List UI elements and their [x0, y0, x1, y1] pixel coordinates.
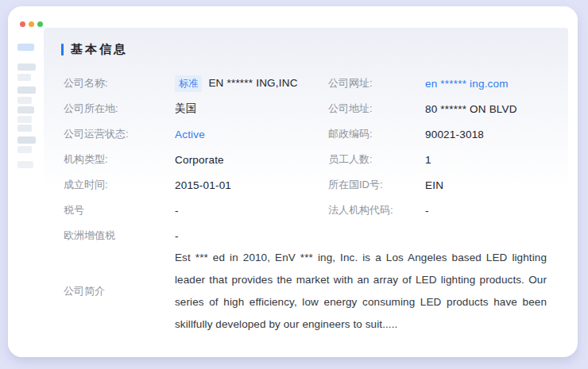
field-label: 公司简介: [64, 284, 175, 298]
field-value: 2015-01-01: [175, 179, 231, 191]
section-accent-bar-icon: [61, 44, 64, 56]
info-row-location: 公司所在地: 美国: [64, 96, 326, 121]
section-title: 基本信息: [71, 42, 128, 57]
info-row-eu-vat: 欧洲增值税 -: [64, 223, 326, 248]
info-row-postal-code: 邮政编码: 90021-3018: [328, 121, 567, 147]
field-label: 公司所在地:: [64, 102, 175, 116]
field-value: EIN: [425, 179, 443, 191]
sidebar-skeleton-bar: [17, 116, 32, 123]
info-row-legal-entity-code: 法人机构代码: -: [328, 198, 567, 223]
company-name-value: 标准EN ****** ING,INC: [175, 75, 298, 92]
field-label: 公司网址:: [328, 76, 425, 90]
field-value: 90021-3018: [425, 129, 484, 140]
field-value: -: [175, 205, 179, 217]
info-row-address: 公司地址: 80 ****** ON BLVD: [328, 96, 567, 121]
info-row-org-type: 机构类型: Corporate: [64, 147, 326, 172]
app-window: 基本信息 公司名称: 标准EN ****** ING,INC 公司所在地: 美国…: [8, 6, 578, 357]
sidebar-skeleton-bar: [17, 161, 33, 168]
info-row-founded-date: 成立时间: 2015-01-01: [64, 172, 326, 198]
window-controls: [20, 21, 43, 27]
field-value: Corporate: [175, 154, 224, 166]
standard-badge: 标准: [175, 75, 202, 92]
maximize-window-button[interactable]: [37, 21, 43, 27]
info-row-website: 公司网址: en ****** ing.com: [328, 71, 567, 96]
company-name-text: EN ****** ING,INC: [208, 77, 297, 89]
field-label: 机构类型:: [64, 152, 175, 167]
field-value: 1: [425, 154, 431, 166]
field-label: 欧洲增值税: [64, 229, 175, 243]
field-value: 80 ****** ON BLVD: [425, 103, 517, 115]
sidebar-skeleton-bar: [17, 125, 32, 132]
field-value: -: [425, 205, 429, 217]
info-column-right: 公司网址: en ****** ing.com 公司地址: 80 ****** …: [328, 71, 567, 223]
company-profile-text: Est *** ed in 2010, EnV *** ing, Inc. is…: [175, 247, 547, 336]
sidebar-skeleton-bar: [17, 97, 32, 104]
minimize-window-button[interactable]: [29, 21, 34, 27]
sidebar-skeleton-bar: [17, 44, 34, 51]
sidebar-skeleton-bar: [17, 146, 32, 153]
info-row-company-name: 公司名称: 标准EN ****** ING,INC: [64, 71, 326, 96]
sidebar-skeleton-bar: [17, 63, 36, 71]
field-label: 公司名称:: [64, 76, 175, 90]
basic-info-panel: 基本信息 公司名称: 标准EN ****** ING,INC 公司所在地: 美国…: [44, 28, 568, 342]
field-label: 员工人数:: [328, 152, 425, 167]
field-value: -: [175, 230, 179, 242]
status-value: Active: [175, 129, 205, 140]
info-column-left: 公司名称: 标准EN ****** ING,INC 公司所在地: 美国 公司运营…: [64, 71, 326, 248]
close-window-button[interactable]: [20, 21, 25, 27]
info-row-employee-count: 员工人数: 1: [328, 147, 567, 172]
field-label: 法人机构代码:: [328, 203, 425, 217]
info-row-tax-id: 税号 -: [64, 198, 326, 223]
field-label: 邮政编码:: [328, 127, 425, 141]
info-row-operating-status: 公司运营状态: Active: [64, 121, 326, 147]
field-label: 公司运营状态:: [64, 127, 175, 141]
sidebar-skeleton-bar: [17, 136, 36, 144]
field-label: 成立时间:: [64, 178, 175, 192]
sidebar-skeleton-bar: [17, 106, 34, 113]
sidebar-skeleton-bar: [17, 86, 36, 94]
sidebar-skeleton-nav: [8, 32, 44, 357]
sidebar-skeleton-bar: [17, 74, 31, 81]
field-value: 美国: [175, 102, 196, 116]
company-website-link[interactable]: en ****** ing.com: [425, 78, 509, 90]
field-label: 税号: [64, 203, 175, 217]
page-background: { "window": { "controls": [ { "name": "c…: [0, 0, 588, 369]
info-row-country-id: 所在国ID号: EIN: [328, 172, 567, 198]
section-header: 基本信息: [61, 42, 128, 57]
info-row-company-profile: 公司简介 Est *** ed in 2010, EnV *** ing, In…: [64, 247, 548, 336]
field-label: 所在国ID号:: [328, 178, 425, 192]
field-label: 公司地址:: [328, 102, 425, 116]
